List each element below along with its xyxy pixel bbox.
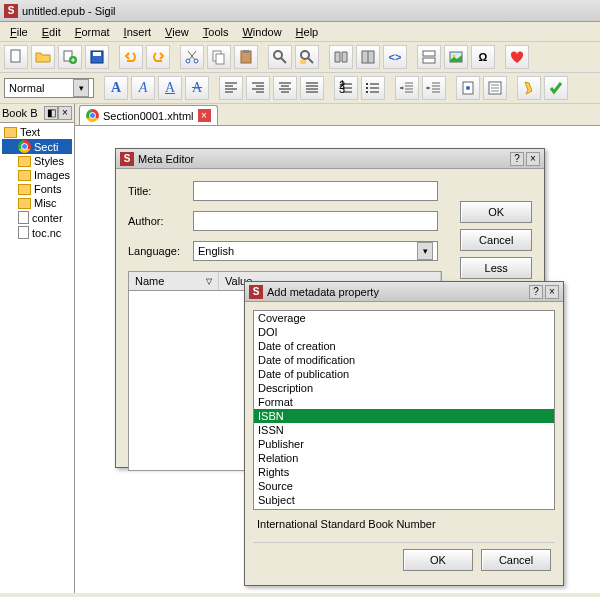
align-center-button[interactable] bbox=[273, 76, 297, 100]
file-icon bbox=[18, 211, 29, 224]
undo-button[interactable] bbox=[119, 45, 143, 69]
file-tab[interactable]: Section0001.xhtml × bbox=[79, 105, 218, 125]
property-item[interactable]: Coverage bbox=[254, 311, 554, 325]
cancel-button[interactable]: Cancel bbox=[481, 549, 551, 571]
new-button[interactable] bbox=[4, 45, 28, 69]
tree-item[interactable]: conter bbox=[2, 210, 72, 225]
col-name: Name bbox=[135, 275, 164, 287]
italic-button[interactable]: A bbox=[131, 76, 155, 100]
property-item[interactable]: ISBN bbox=[254, 409, 554, 423]
code-view-button[interactable]: <> bbox=[383, 45, 407, 69]
book-view-button[interactable] bbox=[329, 45, 353, 69]
strike-button[interactable]: A bbox=[185, 76, 209, 100]
special-char-button[interactable]: Ω bbox=[471, 45, 495, 69]
folder-icon bbox=[18, 170, 31, 181]
tree-item[interactable]: Secti bbox=[2, 139, 72, 154]
split-button[interactable] bbox=[417, 45, 441, 69]
tree-item[interactable]: Misc bbox=[2, 196, 72, 210]
author-input[interactable] bbox=[193, 211, 438, 231]
align-justify-button[interactable] bbox=[300, 76, 324, 100]
menu-insert[interactable]: Insert bbox=[118, 24, 158, 40]
property-item[interactable]: Rights bbox=[254, 465, 554, 479]
ok-button[interactable]: OK bbox=[403, 549, 473, 571]
dialog-title: Meta Editor bbox=[138, 153, 194, 165]
tree-item[interactable]: Styles bbox=[2, 154, 72, 168]
folder-icon bbox=[18, 198, 31, 209]
less-button[interactable]: Less bbox=[460, 257, 532, 279]
property-item[interactable]: Date of modification bbox=[254, 353, 554, 367]
close-icon[interactable]: × bbox=[545, 285, 559, 299]
align-left-button[interactable] bbox=[219, 76, 243, 100]
property-item[interactable]: Format bbox=[254, 395, 554, 409]
title-input[interactable] bbox=[193, 181, 438, 201]
tree: TextSectiStylesImagesFontsMisccontertoc.… bbox=[0, 123, 74, 242]
chevron-down-icon[interactable]: ▾ bbox=[417, 242, 433, 260]
cancel-button[interactable]: Cancel bbox=[460, 229, 532, 251]
menu-window[interactable]: Window bbox=[236, 24, 287, 40]
outdent-button[interactable] bbox=[395, 76, 419, 100]
split-view-button[interactable] bbox=[356, 45, 380, 69]
close-icon[interactable]: × bbox=[526, 152, 540, 166]
property-item[interactable]: Date of creation bbox=[254, 339, 554, 353]
cut-button[interactable] bbox=[180, 45, 204, 69]
author-label: Author: bbox=[128, 215, 193, 227]
validate-button[interactable] bbox=[544, 76, 568, 100]
tree-item[interactable]: toc.nc bbox=[2, 225, 72, 240]
metadata-button[interactable] bbox=[456, 76, 480, 100]
bold-button[interactable]: A bbox=[104, 76, 128, 100]
style-combo[interactable]: Normal ▾ bbox=[4, 78, 94, 98]
property-item[interactable]: Relation bbox=[254, 451, 554, 465]
window-titlebar: S untitled.epub - Sigil bbox=[0, 0, 600, 22]
add-property-dialog: S Add metadata property ? × CoverageDOID… bbox=[244, 281, 564, 586]
svg-rect-0 bbox=[11, 50, 20, 62]
list-num-button[interactable]: 123 bbox=[334, 76, 358, 100]
list-bullet-button[interactable] bbox=[361, 76, 385, 100]
tree-item[interactable]: Images bbox=[2, 168, 72, 182]
title-label: Title: bbox=[128, 185, 193, 197]
find-button[interactable] bbox=[268, 45, 292, 69]
menu-help[interactable]: Help bbox=[290, 24, 325, 40]
sidebar-close-icon[interactable]: × bbox=[58, 106, 72, 120]
save-button[interactable] bbox=[85, 45, 109, 69]
tree-label: Fonts bbox=[34, 183, 62, 195]
menu-edit[interactable]: Edit bbox=[36, 24, 67, 40]
language-combo[interactable]: English ▾ bbox=[193, 241, 438, 261]
chevron-down-icon[interactable]: ▾ bbox=[73, 79, 89, 97]
tab-close-icon[interactable]: × bbox=[198, 109, 211, 122]
replace-button[interactable] bbox=[295, 45, 319, 69]
menu-file[interactable]: File bbox=[4, 24, 34, 40]
align-right-button[interactable] bbox=[246, 76, 270, 100]
open-button[interactable] bbox=[31, 45, 55, 69]
property-item[interactable]: Publisher bbox=[254, 437, 554, 451]
property-item[interactable]: ISSN bbox=[254, 423, 554, 437]
property-item[interactable]: Source bbox=[254, 479, 554, 493]
ok-button[interactable]: OK bbox=[460, 201, 532, 223]
paste-button[interactable] bbox=[234, 45, 258, 69]
menu-tools[interactable]: Tools bbox=[197, 24, 235, 40]
toc-button[interactable] bbox=[483, 76, 507, 100]
property-item[interactable]: DOI bbox=[254, 325, 554, 339]
indent-button[interactable] bbox=[422, 76, 446, 100]
donate-button[interactable] bbox=[505, 45, 529, 69]
tree-item[interactable]: Fonts bbox=[2, 182, 72, 196]
tree-label: Styles bbox=[34, 155, 64, 167]
insert-image-button[interactable] bbox=[444, 45, 468, 69]
menu-view[interactable]: View bbox=[159, 24, 195, 40]
clean-button[interactable] bbox=[517, 76, 541, 100]
tree-item[interactable]: Text bbox=[2, 125, 72, 139]
svg-point-22 bbox=[366, 83, 368, 85]
property-list[interactable]: CoverageDOIDate of creationDate of modif… bbox=[253, 310, 555, 510]
sidebar-mode-icon[interactable]: ◧ bbox=[44, 106, 58, 120]
underline-button[interactable]: A bbox=[158, 76, 182, 100]
property-item[interactable]: Date of publication bbox=[254, 367, 554, 381]
property-item[interactable]: Description bbox=[254, 381, 554, 395]
copy-button[interactable] bbox=[207, 45, 231, 69]
dialog-icon: S bbox=[249, 285, 263, 299]
help-icon[interactable]: ? bbox=[529, 285, 543, 299]
add-file-button[interactable] bbox=[58, 45, 82, 69]
redo-button[interactable] bbox=[146, 45, 170, 69]
property-item[interactable]: Subject bbox=[254, 493, 554, 507]
menu-format[interactable]: Format bbox=[69, 24, 116, 40]
help-icon[interactable]: ? bbox=[510, 152, 524, 166]
folder-icon bbox=[18, 184, 31, 195]
